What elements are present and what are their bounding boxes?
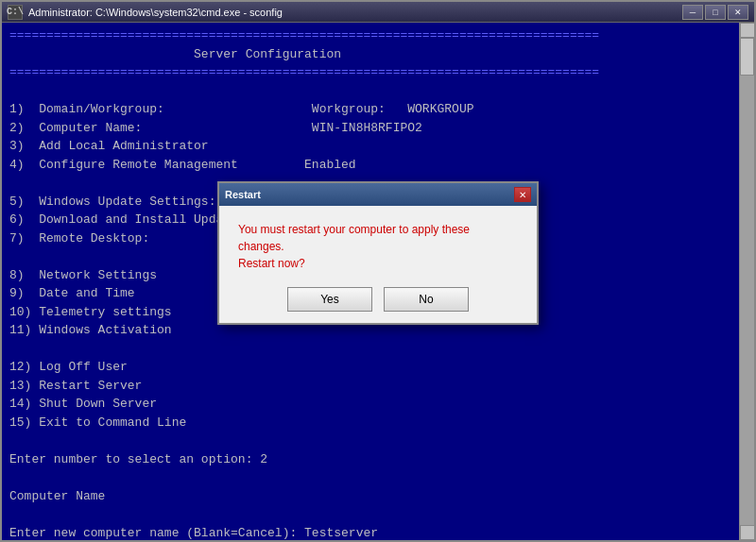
dialog-overlay: Restart ✕ You must restart your computer… — [2, 23, 754, 540]
terminal-area: ========================================… — [2, 23, 754, 540]
maximize-button[interactable]: □ — [705, 5, 726, 20]
window-icon-label: C:\ — [7, 7, 24, 17]
dialog-close-button[interactable]: ✕ — [514, 187, 531, 202]
restart-dialog: Restart ✕ You must restart your computer… — [217, 181, 539, 325]
window-title: Administrator: C:\Windows\system32\cmd.e… — [28, 7, 682, 18]
dialog-buttons: Yes No — [238, 287, 518, 312]
yes-button[interactable]: Yes — [287, 287, 372, 312]
minimize-button[interactable]: ─ — [682, 5, 703, 20]
no-button[interactable]: No — [384, 287, 469, 312]
dialog-title: Restart — [225, 189, 261, 200]
window-controls: ─ □ ✕ — [682, 5, 748, 20]
dialog-message: You must restart your computer to apply … — [238, 221, 518, 272]
dialog-content: You must restart your computer to apply … — [219, 206, 537, 323]
title-bar: C:\ Administrator: C:\Windows\system32\c… — [2, 2, 754, 23]
main-window: C:\ Administrator: C:\Windows\system32\c… — [0, 0, 756, 542]
close-button[interactable]: ✕ — [728, 5, 748, 20]
window-icon: C:\ — [8, 5, 23, 20]
dialog-titlebar: Restart ✕ — [219, 183, 537, 206]
dialog-message-line2: Restart now? — [238, 257, 305, 270]
dialog-message-line1: You must restart your computer to apply … — [238, 223, 470, 253]
